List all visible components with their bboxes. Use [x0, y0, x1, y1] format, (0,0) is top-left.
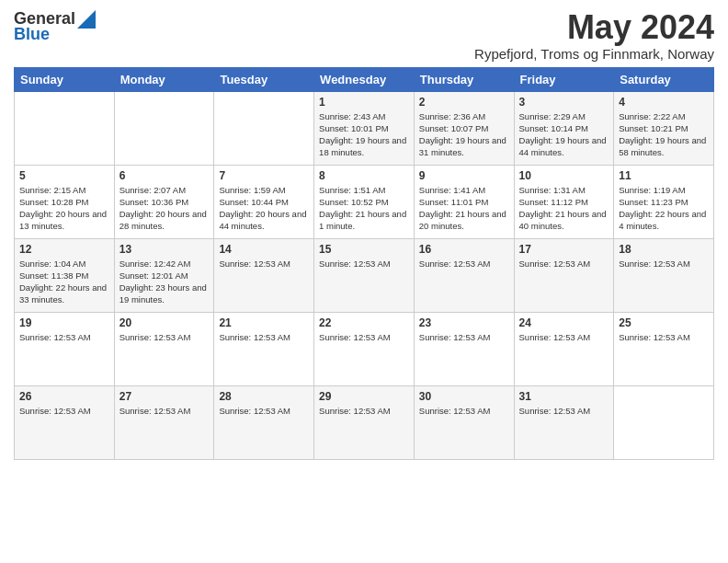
day-number: 22 — [319, 316, 409, 329]
weekday-header-sunday: Sunday — [15, 67, 115, 91]
day-cell: 1Sunrise: 2:43 AM Sunset: 10:01 PM Dayli… — [314, 91, 415, 165]
day-cell: 28Sunrise: 12:53 AM — [214, 385, 314, 459]
day-cell: 16Sunrise: 12:53 AM — [414, 238, 514, 312]
day-number: 30 — [419, 390, 509, 403]
day-cell: 2Sunrise: 2:36 AM Sunset: 10:07 PM Dayli… — [414, 91, 514, 165]
day-info: Sunrise: 12:53 AM — [419, 258, 509, 270]
day-info: Sunrise: 12:53 AM — [219, 405, 309, 417]
day-info: Sunrise: 12:53 AM — [619, 331, 709, 343]
day-number: 14 — [219, 243, 309, 256]
day-cell: 7Sunrise: 1:59 AM Sunset: 10:44 PM Dayli… — [214, 165, 314, 238]
weekday-header-thursday: Thursday — [414, 67, 514, 91]
day-info: Sunrise: 12:53 AM — [219, 331, 309, 343]
day-cell: 24Sunrise: 12:53 AM — [514, 312, 614, 385]
logo: General Blue — [14, 9, 96, 44]
day-cell: 11Sunrise: 1:19 AM Sunset: 11:23 PM Dayl… — [614, 165, 714, 238]
day-cell: 30Sunrise: 12:53 AM — [414, 385, 514, 459]
day-cell — [614, 385, 714, 459]
day-info: Sunrise: 2:29 AM Sunset: 10:14 PM Daylig… — [519, 110, 609, 159]
day-cell — [15, 91, 115, 165]
day-number: 12 — [19, 243, 109, 256]
day-info: Sunrise: 12:53 AM — [519, 405, 609, 417]
day-info: Sunrise: 12:53 AM — [419, 405, 509, 417]
day-number: 21 — [219, 316, 309, 329]
day-cell: 5Sunrise: 2:15 AM Sunset: 10:28 PM Dayli… — [15, 165, 115, 238]
week-row-3: 12Sunrise: 1:04 AM Sunset: 11:38 PM Dayl… — [15, 238, 714, 312]
day-info: Sunrise: 12:42 AM Sunset: 12:01 AM Dayli… — [119, 258, 210, 306]
day-cell: 12Sunrise: 1:04 AM Sunset: 11:38 PM Dayl… — [15, 238, 115, 312]
day-number: 15 — [319, 243, 409, 256]
day-cell: 19Sunrise: 12:53 AM — [15, 312, 115, 385]
day-number: 27 — [119, 390, 210, 403]
day-cell: 18Sunrise: 12:53 AM — [614, 238, 714, 312]
day-number: 26 — [19, 390, 109, 403]
day-info: Sunrise: 12:53 AM — [419, 331, 509, 343]
header: General Blue May 2024 Rypefjord, Troms o… — [14, 9, 714, 62]
day-number: 24 — [519, 316, 609, 329]
day-number: 8 — [319, 169, 409, 182]
day-cell: 31Sunrise: 12:53 AM — [514, 385, 614, 459]
day-number: 9 — [419, 169, 509, 182]
day-number: 29 — [319, 390, 409, 403]
logo-blue: Blue — [14, 25, 50, 44]
day-cell: 23Sunrise: 12:53 AM — [414, 312, 514, 385]
page: General Blue May 2024 Rypefjord, Troms o… — [0, 0, 728, 563]
day-info: Sunrise: 12:53 AM — [619, 258, 709, 270]
day-info: Sunrise: 1:59 AM Sunset: 10:44 PM Daylig… — [219, 184, 309, 233]
day-cell: 3Sunrise: 2:29 AM Sunset: 10:14 PM Dayli… — [514, 91, 614, 165]
day-info: Sunrise: 2:22 AM Sunset: 10:21 PM Daylig… — [619, 110, 709, 159]
week-row-1: 1Sunrise: 2:43 AM Sunset: 10:01 PM Dayli… — [15, 91, 714, 165]
day-cell: 22Sunrise: 12:53 AM — [314, 312, 415, 385]
day-number: 4 — [619, 96, 709, 109]
day-cell: 20Sunrise: 12:53 AM — [114, 312, 214, 385]
day-number: 20 — [119, 316, 210, 329]
day-cell — [214, 91, 314, 165]
day-info: Sunrise: 2:36 AM Sunset: 10:07 PM Daylig… — [419, 110, 509, 159]
day-number: 6 — [119, 169, 210, 182]
day-info: Sunrise: 2:43 AM Sunset: 10:01 PM Daylig… — [319, 110, 409, 159]
day-number: 16 — [419, 243, 509, 256]
day-cell: 17Sunrise: 12:53 AM — [514, 238, 614, 312]
week-row-4: 19Sunrise: 12:53 AM20Sunrise: 12:53 AM21… — [15, 312, 714, 385]
day-info: Sunrise: 12:53 AM — [519, 331, 609, 343]
day-number: 1 — [319, 96, 409, 109]
day-info: Sunrise: 1:41 AM Sunset: 11:01 PM Daylig… — [419, 184, 509, 233]
day-info: Sunrise: 1:51 AM Sunset: 10:52 PM Daylig… — [319, 184, 409, 233]
day-info: Sunrise: 12:53 AM — [319, 405, 409, 417]
weekday-header-wednesday: Wednesday — [314, 67, 415, 91]
day-cell: 27Sunrise: 12:53 AM — [114, 385, 214, 459]
day-number: 2 — [419, 96, 509, 109]
weekday-header-saturday: Saturday — [614, 67, 714, 91]
day-cell: 25Sunrise: 12:53 AM — [614, 312, 714, 385]
weekday-header-tuesday: Tuesday — [214, 67, 314, 91]
weekday-header-friday: Friday — [514, 67, 614, 91]
week-row-2: 5Sunrise: 2:15 AM Sunset: 10:28 PM Dayli… — [15, 165, 714, 238]
day-info: Sunrise: 2:07 AM Sunset: 10:36 PM Daylig… — [119, 184, 210, 233]
day-number: 13 — [119, 243, 210, 256]
day-number: 19 — [19, 316, 109, 329]
day-info: Sunrise: 12:53 AM — [319, 258, 409, 270]
day-number: 23 — [419, 316, 509, 329]
day-cell: 4Sunrise: 2:22 AM Sunset: 10:21 PM Dayli… — [614, 91, 714, 165]
day-info: Sunrise: 1:19 AM Sunset: 11:23 PM Daylig… — [619, 184, 709, 233]
day-info: Sunrise: 12:53 AM — [219, 258, 309, 270]
weekday-header-row: SundayMondayTuesdayWednesdayThursdayFrid… — [15, 67, 714, 91]
weekday-header-monday: Monday — [114, 67, 214, 91]
day-number: 3 — [519, 96, 609, 109]
day-number: 10 — [519, 169, 609, 182]
day-cell: 10Sunrise: 1:31 AM Sunset: 11:12 PM Dayl… — [514, 165, 614, 238]
day-info: Sunrise: 12:53 AM — [119, 405, 210, 417]
week-row-5: 26Sunrise: 12:53 AM27Sunrise: 12:53 AM28… — [15, 385, 714, 459]
day-info: Sunrise: 1:04 AM Sunset: 11:38 PM Daylig… — [19, 258, 109, 306]
day-info: Sunrise: 12:53 AM — [19, 331, 109, 343]
day-info: Sunrise: 2:15 AM Sunset: 10:28 PM Daylig… — [19, 184, 109, 233]
day-info: Sunrise: 12:53 AM — [319, 331, 409, 343]
day-cell: 9Sunrise: 1:41 AM Sunset: 11:01 PM Dayli… — [414, 165, 514, 238]
day-number: 25 — [619, 316, 709, 329]
logo-icon — [77, 10, 96, 29]
location-title: Rypefjord, Troms og Finnmark, Norway — [474, 46, 714, 62]
day-cell: 8Sunrise: 1:51 AM Sunset: 10:52 PM Dayli… — [314, 165, 415, 238]
title-section: May 2024 Rypefjord, Troms og Finnmark, N… — [474, 9, 714, 62]
calendar: SundayMondayTuesdayWednesdayThursdayFrid… — [14, 67, 714, 460]
day-number: 11 — [619, 169, 709, 182]
